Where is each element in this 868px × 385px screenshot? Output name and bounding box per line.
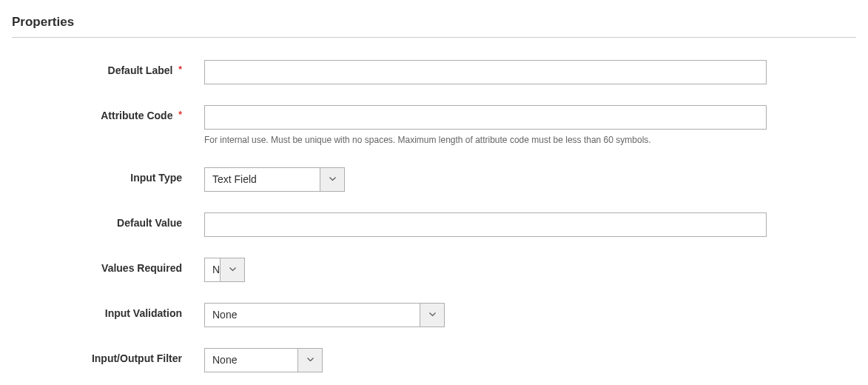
row-input-type: Input Type Text Field bbox=[12, 167, 856, 192]
input-validation-select[interactable]: None bbox=[204, 303, 445, 327]
row-input-validation: Input Validation None bbox=[12, 303, 856, 327]
label-text: Default Value bbox=[117, 217, 182, 229]
label-input-type: Input Type bbox=[12, 167, 204, 184]
label-default-label: Default Label * bbox=[12, 60, 204, 76]
control-default-label bbox=[204, 60, 767, 84]
control-input-type: Text Field bbox=[204, 167, 767, 192]
label-values-required: Values Required bbox=[12, 258, 204, 274]
values-required-select[interactable]: No bbox=[204, 258, 245, 282]
row-values-required: Values Required No bbox=[12, 258, 856, 282]
row-default-label: Default Label * bbox=[12, 60, 856, 84]
label-text: Values Required bbox=[101, 262, 182, 274]
label-text: Input Validation bbox=[105, 307, 182, 319]
label-text: Default Label bbox=[108, 64, 173, 76]
default-value-input[interactable] bbox=[204, 212, 767, 237]
required-asterisk: * bbox=[178, 64, 182, 75]
section-title: Properties bbox=[12, 15, 856, 38]
label-attribute-code: Attribute Code * bbox=[12, 105, 204, 121]
label-text: Attribute Code bbox=[101, 110, 172, 121]
attribute-code-note: For internal use. Must be unique with no… bbox=[204, 134, 767, 147]
input-validation-value: None bbox=[205, 304, 420, 327]
control-values-required: No bbox=[204, 258, 767, 282]
input-type-select[interactable]: Text Field bbox=[204, 167, 345, 192]
label-default-value: Default Value bbox=[12, 212, 204, 229]
control-attribute-code: For internal use. Must be unique with no… bbox=[204, 105, 767, 147]
label-text: Input Type bbox=[130, 172, 182, 184]
input-type-value: Text Field bbox=[205, 168, 320, 191]
values-required-value: No bbox=[205, 258, 220, 281]
control-io-filter: None bbox=[204, 348, 767, 372]
row-attribute-code: Attribute Code * For internal use. Must … bbox=[12, 105, 856, 147]
control-default-value bbox=[204, 212, 767, 237]
chevron-down-icon bbox=[320, 168, 344, 191]
io-filter-select[interactable]: None bbox=[204, 348, 323, 372]
control-input-validation: None bbox=[204, 303, 767, 327]
required-asterisk: * bbox=[178, 110, 182, 120]
chevron-down-icon bbox=[297, 349, 322, 372]
row-io-filter: Input/Output Filter None bbox=[12, 348, 856, 372]
label-io-filter: Input/Output Filter bbox=[12, 348, 204, 364]
label-text: Input/Output Filter bbox=[92, 352, 182, 364]
properties-section: Properties Default Label * Attribute Cod… bbox=[0, 0, 868, 372]
default-label-input[interactable] bbox=[204, 60, 767, 84]
row-default-value: Default Value bbox=[12, 212, 856, 237]
chevron-down-icon bbox=[220, 258, 244, 281]
chevron-down-icon bbox=[420, 304, 444, 327]
io-filter-value: None bbox=[205, 349, 297, 372]
label-input-validation: Input Validation bbox=[12, 303, 204, 319]
attribute-code-input[interactable] bbox=[204, 105, 767, 130]
